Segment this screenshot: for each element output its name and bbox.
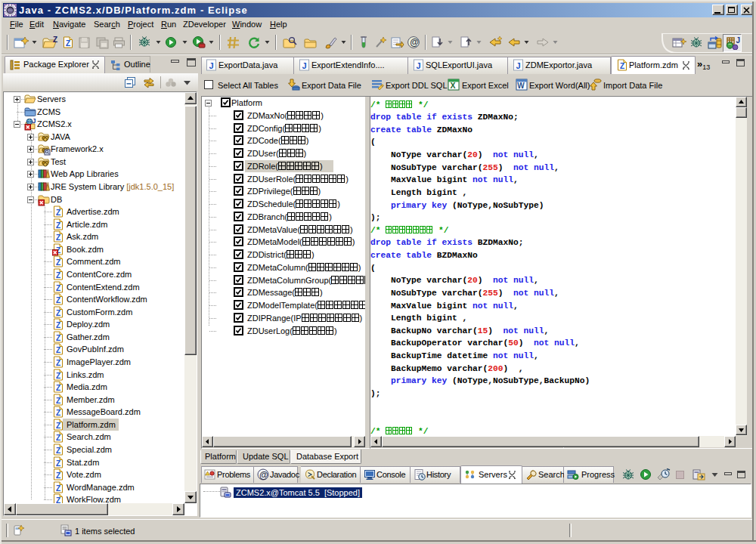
svg-text:J: J xyxy=(736,36,741,45)
svg-text:Z: Z xyxy=(53,36,57,44)
svg-text:X: X xyxy=(450,81,455,90)
svg-text:@: @ xyxy=(410,37,419,48)
svg-text:W: W xyxy=(517,82,525,90)
